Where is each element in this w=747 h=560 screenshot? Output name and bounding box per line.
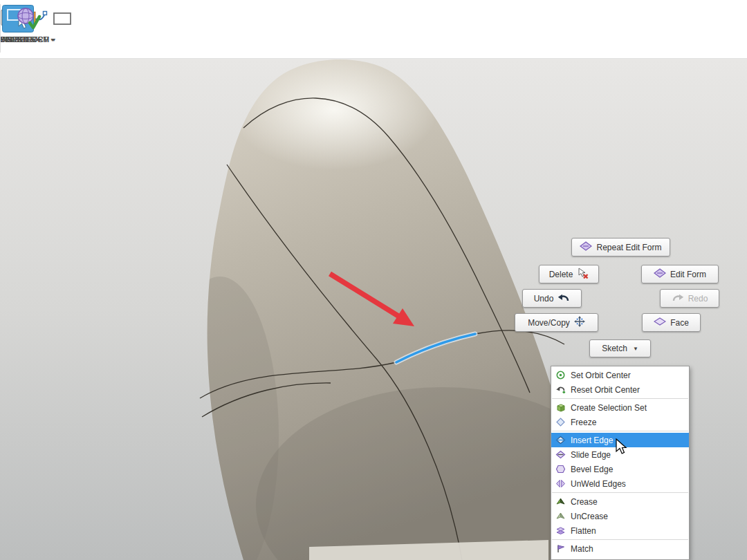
menu-item-crease[interactable]: Crease bbox=[551, 494, 689, 509]
button-label: Undo bbox=[534, 294, 554, 304]
reset-orbit-icon bbox=[555, 384, 566, 395]
menu-separator bbox=[552, 539, 688, 540]
menu-item-slide-edge[interactable]: Slide Edge bbox=[551, 447, 689, 462]
menu-item-reset-orbit-center[interactable]: Reset Orbit Center bbox=[551, 382, 689, 397]
menu-item-bevel-edge[interactable]: Bevel Edge bbox=[551, 462, 689, 476]
app-window: Y ▼ UTILITIES ▼ bbox=[0, 0, 747, 560]
undo-button[interactable]: Undo bbox=[522, 289, 582, 308]
menu-item-label: Create Selection Set bbox=[571, 403, 647, 413]
move-copy-button[interactable]: Move/Copy bbox=[515, 313, 598, 332]
menu-item-label: Flatten bbox=[571, 526, 596, 536]
chevron-down-icon: ▼ bbox=[52, 37, 57, 42]
freeze-icon bbox=[555, 417, 566, 427]
slide-edge-icon bbox=[555, 449, 566, 460]
selection-set-icon bbox=[555, 402, 566, 413]
move-arrows-icon bbox=[574, 316, 585, 329]
menu-item-label: Crease bbox=[571, 497, 598, 507]
edit-form-button[interactable]: Edit Form bbox=[641, 265, 719, 283]
crease-icon bbox=[555, 496, 566, 507]
uncrease-icon bbox=[555, 511, 566, 521]
button-label: Redo bbox=[688, 294, 708, 304]
toolbar-group-finish-form[interactable]: FINISH FORM ▼ bbox=[0, 0, 56, 59]
toolbar-label-finish-form[interactable]: FINISH FORM ▼ bbox=[0, 35, 56, 44]
toolbar: Y ▼ UTILITIES ▼ bbox=[0, 0, 747, 59]
menu-item-label: Reset Orbit Center bbox=[571, 385, 640, 395]
menu-item-label: UnWeld Edges bbox=[571, 479, 626, 489]
sketch-dropdown-button[interactable]: Sketch ▼ bbox=[589, 339, 651, 357]
edit-form-icon bbox=[654, 268, 666, 280]
button-label: Move/Copy bbox=[528, 318, 570, 328]
menu-separator bbox=[552, 431, 688, 431]
delete-cursor-icon bbox=[577, 268, 589, 281]
repeat-edit-form-button[interactable]: Repeat Edit Form bbox=[571, 238, 670, 256]
toolbar-label-text: FINISH FORM bbox=[0, 35, 50, 44]
match-icon bbox=[555, 543, 566, 554]
insert-edge-icon bbox=[555, 435, 566, 445]
button-label: Sketch bbox=[602, 344, 627, 353]
menu-item-label: Set Orbit Center bbox=[571, 371, 631, 380]
menu-item-uncrease[interactable]: UnCrease bbox=[551, 509, 689, 523]
menu-item-label: Slide Edge bbox=[571, 450, 611, 460]
menu-item-match[interactable]: Match bbox=[551, 541, 689, 556]
menu-item-create-selection-set[interactable]: Create Selection Set bbox=[551, 400, 689, 415]
menu-item-set-orbit-center[interactable]: Set Orbit Center bbox=[551, 368, 689, 382]
flatten-icon bbox=[555, 525, 566, 536]
chevron-down-icon: ▼ bbox=[633, 346, 638, 352]
context-menu: Set Orbit Center Reset Orbit Center Crea… bbox=[551, 366, 690, 560]
menu-item-insert-edge[interactable]: Insert Edge bbox=[551, 433, 689, 447]
orbit-center-icon bbox=[555, 370, 566, 380]
menu-item-freeze[interactable]: Freeze bbox=[551, 415, 689, 429]
undo-arrow-icon bbox=[557, 293, 570, 304]
unweld-edges-icon bbox=[555, 478, 566, 489]
menu-separator bbox=[552, 398, 688, 399]
button-label: Face bbox=[670, 318, 689, 328]
menu-item-unweld-edges[interactable]: UnWeld Edges bbox=[551, 476, 689, 491]
delete-button[interactable]: Delete bbox=[539, 265, 599, 283]
menu-item-label: Insert Edge bbox=[571, 436, 613, 445]
button-label: Repeat Edit Form bbox=[596, 243, 661, 252]
menu-item-label: Match bbox=[571, 544, 593, 554]
button-label: Delete bbox=[549, 270, 573, 279]
button-label: Edit Form bbox=[670, 270, 706, 279]
edit-form-icon bbox=[580, 241, 592, 253]
face-button[interactable]: Face bbox=[642, 313, 701, 332]
menu-item-flatten[interactable]: Flatten bbox=[551, 523, 689, 538]
toolbar-separator bbox=[0, 4, 1, 53]
menu-item-label: UnCrease bbox=[571, 512, 608, 521]
finish-form-sphere-check-icon[interactable] bbox=[15, 6, 42, 31]
redo-arrow-icon bbox=[672, 293, 684, 304]
menu-item-label: Freeze bbox=[571, 418, 596, 427]
face-icon bbox=[654, 317, 666, 328]
menu-item-label: Bevel Edge bbox=[571, 465, 613, 474]
bevel-edge-icon bbox=[555, 464, 566, 474]
menu-separator bbox=[552, 492, 688, 493]
redo-button[interactable]: Redo bbox=[660, 289, 719, 308]
